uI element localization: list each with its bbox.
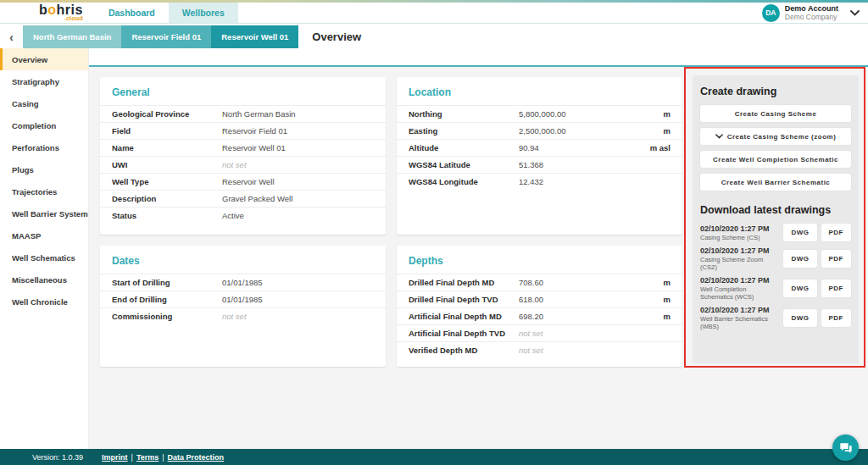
secondary-toolbar (89, 48, 868, 67)
location-card: Location Northing 5,800,000.00 m Easting… (397, 77, 682, 235)
field-row: Well Type Reservoir Well (100, 173, 386, 190)
field-label: Drilled Final Depth MD (409, 278, 519, 287)
content-area: General Geological Province North German… (89, 67, 868, 449)
chevron-down-icon (850, 10, 860, 16)
field-row: Artificial Final Depth TVD not set (397, 324, 682, 341)
field-row: Drilled Final Depth TVD 618.00 m (397, 291, 682, 307)
dates-card: Dates Start of Drilling 01/01/1985 End o… (100, 246, 386, 367)
account-text: Demo Account Demo Company (785, 4, 838, 21)
create-casing-scheme-zoom-button[interactable]: Create Casing Scheme (zoom) (700, 128, 851, 145)
dwg-download-button[interactable]: DWG (783, 309, 816, 327)
field-row: Geological Province North German Basin (100, 105, 386, 122)
field-row: Northing 5,800,000.00 m (397, 105, 682, 122)
sidebar-item-completion[interactable]: Completion (0, 114, 88, 136)
download-row: 02/10/2020 1:27 PM Well Barrier Schemati… (700, 306, 851, 330)
field-label: Artificial Final Depth TVD (409, 329, 519, 338)
top-nav: DashboardWellbores (95, 3, 238, 23)
footer-link-imprint[interactable]: Imprint (102, 453, 128, 462)
top-bar: bohris .cloud DashboardWellbores DA Demo… (0, 3, 868, 24)
field-value: Reservoir Field 01 (222, 126, 374, 136)
sidebar-item-well-chronicle[interactable]: Well Chronicle (0, 291, 88, 313)
footer-link-terms[interactable]: Terms (136, 453, 159, 462)
field-label: End of Drilling (112, 295, 222, 304)
logo-cloud-label: .cloud (39, 15, 83, 22)
footer-link-data-protection[interactable]: Data Protection (168, 453, 225, 462)
field-label: Well Type (112, 177, 222, 186)
bohris-logo[interactable]: bohris .cloud (39, 3, 83, 23)
account-menu[interactable]: DA Demo Account Demo Company (762, 3, 860, 23)
create-well-completion-schematic-button[interactable]: Create Well Completion Schematic (700, 151, 851, 168)
download-name: Well Barrier Schematics (WBS) (700, 315, 776, 330)
download-buttons: DWGPDF (779, 224, 851, 241)
card-title: General (100, 77, 386, 105)
pdf-download-button[interactable]: PDF (821, 280, 852, 297)
field-value: 51.368 (519, 160, 670, 169)
field-value: Active (222, 211, 374, 220)
download-meta: 02/10/2020 1:27 PM Casing Scheme (CS) (700, 224, 779, 241)
button-label: Create Casing Scheme (zoom) (727, 133, 837, 141)
field-value: not set (222, 160, 374, 169)
sidebar-item-stratigraphy[interactable]: Stratigraphy (0, 70, 88, 92)
avatar: DA (762, 4, 780, 22)
field-value: Reservoir Well 01 (222, 143, 374, 152)
dwg-download-button[interactable]: DWG (783, 280, 816, 297)
sidebar-item-trajectories[interactable]: Trajectories (0, 180, 88, 202)
sidebar-item-perforations[interactable]: Perforations (0, 136, 88, 158)
field-label: UWI (112, 160, 222, 169)
field-row: Start of Drilling 01/01/1985 (100, 274, 386, 291)
field-label: Name (112, 143, 222, 152)
breadcrumb-tab-north-german-basin[interactable]: North German Basin (23, 25, 121, 48)
sidebar-item-well-schematics[interactable]: Well Schematics (0, 246, 88, 268)
sidebar-item-miscellaneous[interactable]: Miscellaneous (0, 268, 88, 291)
pdf-download-button[interactable]: PDF (821, 250, 852, 268)
field-label: WGS84 Longitude (409, 177, 519, 186)
top-nav-dashboard[interactable]: Dashboard (95, 3, 169, 23)
field-row: Name Reservoir Well 01 (100, 139, 386, 156)
create-drawing-title: Create drawing (700, 86, 851, 97)
field-row: WGS84 Latitude 51.368 (397, 156, 682, 173)
breadcrumb-tab-reservoir-field-01[interactable]: Reservoir Field 01 (121, 25, 211, 48)
sidebar-item-maasp[interactable]: MAASP (0, 224, 88, 246)
field-row: Commissioning not set (100, 307, 386, 324)
field-row: Altitude 90.94 m asl (397, 139, 682, 156)
field-value: 708.60 (519, 278, 664, 287)
field-label: Verified Depth MD (409, 346, 519, 355)
sidebar-item-plugs[interactable]: Plugs (0, 158, 88, 180)
download-timestamp: 02/10/2020 1:27 PM (700, 306, 776, 315)
field-row: WGS84 Longitude 12.432 (397, 173, 682, 190)
field-label: Start of Drilling (112, 278, 222, 287)
pdf-download-button[interactable]: PDF (821, 309, 852, 327)
download-meta: 02/10/2020 1:27 PM Well Barrier Schemati… (700, 306, 779, 330)
sidebar-item-casing[interactable]: Casing (0, 92, 88, 114)
download-row: 02/10/2020 1:27 PM Well Completion Schem… (700, 276, 851, 301)
drawing-panel: Create drawing Create Casing Scheme Crea… (693, 75, 859, 363)
download-timestamp: 02/10/2020 1:27 PM (700, 224, 776, 234)
download-row: 02/10/2020 1:27 PM Casing Scheme (CS) DW… (700, 224, 851, 241)
field-row: Description Gravel Packed Well (100, 190, 386, 207)
pdf-download-button[interactable]: PDF (821, 224, 852, 241)
field-label: Commissioning (112, 312, 222, 321)
breadcrumb-tabs: North German BasinReservoir Field 01Rese… (23, 25, 298, 48)
sidebar-item-well-barrier-system[interactable]: Well Barrier System (0, 202, 88, 224)
field-value: 01/01/1985 (222, 278, 374, 287)
download-buttons: DWGPDF (779, 250, 851, 268)
breadcrumb: ‹ North German BasinReservoir Field 01Re… (0, 24, 868, 48)
dwg-download-button[interactable]: DWG (783, 224, 816, 241)
field-unit: m asl (650, 143, 670, 152)
create-well-barrier-schematic-button[interactable]: Create Well Barrier Schematic (700, 174, 851, 191)
field-unit: m (664, 126, 670, 136)
field-unit: m (664, 278, 670, 287)
create-casing-scheme-button[interactable]: Create Casing Scheme (700, 105, 851, 122)
field-label: Northing (409, 109, 519, 119)
dwg-download-button[interactable]: DWG (783, 250, 816, 268)
back-button[interactable]: ‹ (0, 25, 23, 48)
footer-separator: | (131, 453, 133, 462)
download-buttons: DWGPDF (779, 309, 851, 327)
create-buttons: Create Casing Scheme Create Casing Schem… (700, 105, 851, 191)
top-nav-wellbores[interactable]: Wellbores (169, 3, 238, 23)
card-title: Depths (397, 246, 682, 274)
chat-fab-button[interactable] (832, 435, 859, 461)
breadcrumb-tab-reservoir-well-01[interactable]: Reservoir Well 01 (211, 25, 298, 48)
sidebar-item-overview[interactable]: Overview (0, 48, 88, 70)
field-label: Geological Province (112, 109, 222, 119)
